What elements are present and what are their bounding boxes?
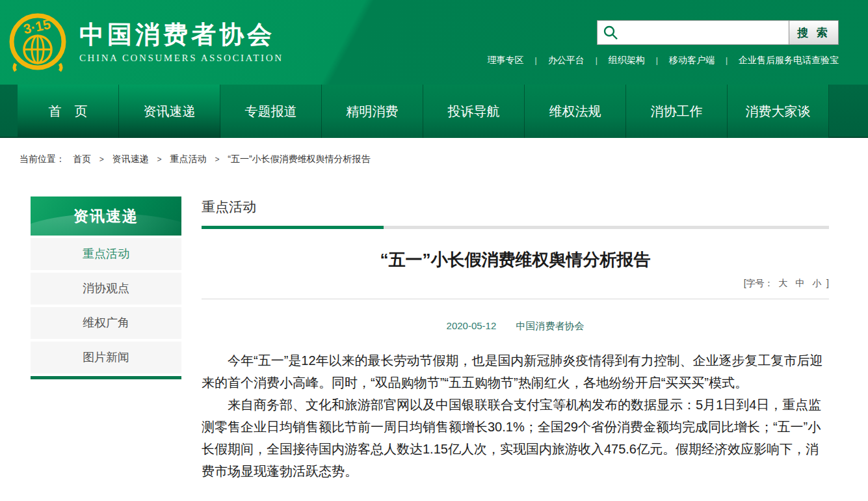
link-separator: | [656,56,658,65]
nav-tab-home[interactable]: 首 页 [18,85,119,138]
article-paragraph: 来自商务部、文化和旅游部官网以及中国银联联合支付宝等机构发布的数据显示：5月1日… [202,394,829,482]
article-title: “五一”小长假消费维权舆情分析报告 [202,249,829,271]
section-underline-accent [202,226,384,229]
title-divider [202,299,829,299]
sidebar-news-menu: 资讯速递 重点活动 消协观点 维权广角 图片新闻 [31,196,181,482]
link-separator: | [726,56,728,65]
article-date: 2020-05-12 [447,320,497,331]
article-meta: 2020-05-12 中国消费者协会 [202,320,829,332]
cca-315-logo-icon: 3·15 [9,10,66,73]
font-size-large[interactable]: 大 [778,278,787,288]
nav-tab-news[interactable]: 资讯速递 [119,85,220,138]
site-logo[interactable]: 3·15 中国消费者协会 CHINA CONSUMERS ASSOCIATION [9,10,283,73]
sidebar-title: 资讯速递 [31,196,181,236]
sidebar-item-key-activities[interactable]: 重点活动 [31,238,181,270]
search-input[interactable] [597,20,789,45]
site-title-en: CHINA CONSUMERS ASSOCIATION [79,53,283,64]
breadcrumb-current-page: “五一”小长假消费维权舆情分析报告 [228,154,370,164]
search-button[interactable]: 搜 索 [789,20,839,45]
site-header: 3·15 中国消费者协会 CHINA CONSUMERS ASSOCIATION… [0,0,868,85]
breadcrumb-key-activities[interactable]: 重点活动 [170,154,206,164]
nav-tab-rights-laws[interactable]: 维权法规 [525,85,626,138]
font-size-label-close: ] [826,278,829,288]
breadcrumb-separator: > [157,155,162,164]
search-bar: 搜 索 [597,20,839,45]
header-quick-links: 理事专区 | 办公平台 | 组织架构 | 移动客户端 | 企业售后服务电话查验宝 [488,55,839,66]
nav-tab-association-work[interactable]: 消协工作 [626,85,728,138]
breadcrumb-separator: > [215,155,219,164]
article-panel: 重点活动 “五一”小长假消费维权舆情分析报告 [字号： 大 中 小 ] 2020… [202,196,829,482]
section-underline [202,226,829,229]
breadcrumb-home[interactable]: 首页 [73,154,91,164]
link-office-platform[interactable]: 办公平台 [548,55,585,66]
article-source: 中国消费者协会 [516,320,584,331]
link-org-structure[interactable]: 组织架构 [609,55,645,66]
article-body: 今年“五一”是12年以来的最长劳动节假期，也是国内新冠肺炎疫情得到有力控制、企业… [202,349,829,482]
content-area: 资讯速递 重点活动 消协观点 维权广角 图片新闻 重点活动 “五一”小长假消费维… [0,196,868,482]
link-separator: | [535,56,537,65]
nav-tab-complaint-guide[interactable]: 投诉导航 [423,85,525,138]
nav-tab-smart-consumption[interactable]: 精明消费 [322,85,423,138]
primary-nav: 首 页 资讯速递 专题报道 精明消费 投诉导航 维权法规 消协工作 消费大家谈 [0,85,868,138]
site-title-zh: 中国消费者协会 [79,20,283,49]
breadcrumb-news[interactable]: 资讯速递 [112,154,149,164]
section-title: 重点活动 [202,196,829,216]
breadcrumb-separator: > [99,155,104,164]
search-icon [603,25,618,40]
font-size-small[interactable]: 小 [812,278,821,288]
link-council-zone[interactable]: 理事专区 [488,55,524,66]
breadcrumb: 当前位置： 首页 > 资讯速递 > 重点活动 > “五一”小长假消费维权舆情分析… [20,154,868,165]
link-aftersale-phone-check[interactable]: 企业售后服务电话查验宝 [739,55,839,66]
nav-tab-consumer-talk[interactable]: 消费大家谈 [728,85,829,138]
link-separator: | [596,56,598,65]
font-size-label: [字号： [744,278,774,288]
nav-tab-special-reports[interactable]: 专题报道 [220,85,322,138]
font-size-medium[interactable]: 中 [795,278,804,288]
sidebar-bottom-bar [31,376,181,379]
article-paragraph: 今年“五一”是12年以来的最长劳动节假期，也是国内新冠肺炎疫情得到有力控制、企业… [202,349,829,394]
section-underline-track [384,226,829,229]
font-size-control: [字号： 大 中 小 ] [202,278,829,290]
breadcrumb-prefix: 当前位置： [20,154,65,164]
sidebar-item-photo-news[interactable]: 图片新闻 [31,342,181,373]
sidebar-item-association-views[interactable]: 消协观点 [31,273,181,305]
sidebar-item-rights-wide-angle[interactable]: 维权广角 [31,307,181,339]
link-mobile-client[interactable]: 移动客户端 [669,55,715,66]
